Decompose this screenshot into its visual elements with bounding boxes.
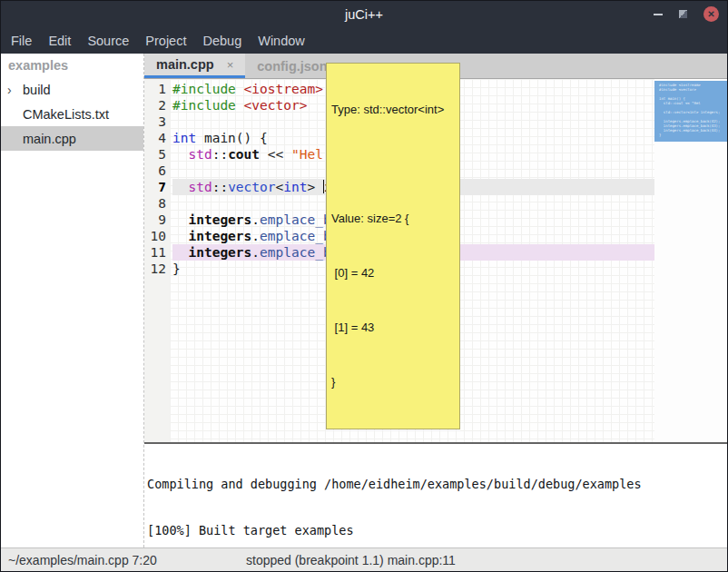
line-number[interactable]: 6	[144, 163, 166, 179]
file-tree-sidebar: examples › build CMakeLists.txt main.cpp	[1, 54, 144, 547]
output-line: [100%] Built target examples	[147, 523, 727, 538]
line-number[interactable]: 5	[144, 146, 166, 163]
sidebar-item-label: build	[23, 83, 51, 97]
tooltip-type-line: Type: std::vector<int>	[331, 101, 455, 119]
close-button[interactable]: ✕	[703, 6, 719, 22]
restore-button[interactable]	[679, 10, 687, 18]
menu-edit[interactable]: Edit	[40, 34, 79, 48]
tooltip-blank-line	[331, 155, 455, 173]
sidebar-item-label: CMakeLists.txt	[23, 107, 109, 122]
line-number[interactable]: 2	[144, 97, 166, 113]
menu-project[interactable]: Project	[137, 34, 194, 48]
tooltip-value-line: Value: size=2 {	[331, 210, 455, 228]
minimap[interactable]: #include <iostream>#include <vector>int …	[654, 79, 727, 442]
line-number[interactable]: 3	[144, 113, 166, 130]
line-number[interactable]: 10	[144, 228, 166, 244]
status-file-position: ~/examples/main.cpp 7:20	[1, 553, 157, 567]
tooltip-value-line: [0] = 42	[331, 264, 455, 282]
sidebar-item-build[interactable]: › build	[1, 77, 143, 102]
minimize-button[interactable]	[654, 14, 663, 15]
menu-debug[interactable]: Debug	[194, 34, 250, 48]
minimize-icon	[654, 14, 663, 15]
sidebar-item-maincpp[interactable]: main.cpp	[1, 126, 143, 151]
menu-window[interactable]: Window	[250, 34, 313, 48]
gutter: 123456789101112	[144, 79, 170, 442]
line-number[interactable]: 1	[144, 81, 166, 97]
menu-file[interactable]: File	[11, 34, 40, 48]
minimap-text: #include <iostream>#include <vector>int …	[659, 83, 725, 137]
line-number[interactable]: 12	[144, 261, 166, 277]
tab-close-icon[interactable]: ×	[227, 58, 234, 72]
line-number[interactable]: 4	[144, 130, 166, 146]
title-bar[interactable]: juCi++ ✕	[1, 1, 727, 27]
sidebar-item-cmakelists[interactable]: CMakeLists.txt	[1, 102, 143, 126]
window-title: juCi++	[345, 7, 383, 22]
output-panel[interactable]: Compiling and debugging /home/eidheim/ex…	[144, 442, 727, 547]
sidebar-item-label: main.cpp	[23, 132, 76, 146]
project-name-header: examples	[1, 54, 143, 77]
tooltip-value-line: }	[331, 373, 455, 391]
tab-maincpp[interactable]: main.cpp ×	[144, 54, 245, 78]
line-number[interactable]: 8	[144, 195, 166, 212]
line-number[interactable]: 9	[144, 212, 166, 228]
app-window: juCi++ ✕ File Edit Source Project Debug …	[0, 0, 728, 572]
window-controls: ✕	[654, 1, 719, 27]
line-number[interactable]: 7	[144, 179, 166, 195]
line-number[interactable]: 11	[144, 244, 166, 261]
menu-bar: File Edit Source Project Debug Window	[1, 27, 727, 54]
tooltip-value-line: [1] = 43	[331, 319, 455, 337]
output-line: Compiling and debugging /home/eidheim/ex…	[147, 477, 727, 492]
debug-value-tooltip: Type: std::vector<int> Value: size=2 { […	[326, 63, 460, 429]
menu-source[interactable]: Source	[79, 34, 137, 48]
close-icon: ✕	[707, 6, 714, 22]
tab-label: config.json	[257, 59, 327, 74]
restore-icon	[679, 10, 687, 18]
status-bar: ~/examples/main.cpp 7:20 stopped (breakp…	[1, 547, 727, 571]
chevron-right-icon[interactable]: ›	[7, 83, 23, 97]
tab-label: main.cpp	[156, 57, 214, 72]
status-debug-state: stopped (breakpoint 1.1) main.cpp:11	[246, 553, 456, 567]
